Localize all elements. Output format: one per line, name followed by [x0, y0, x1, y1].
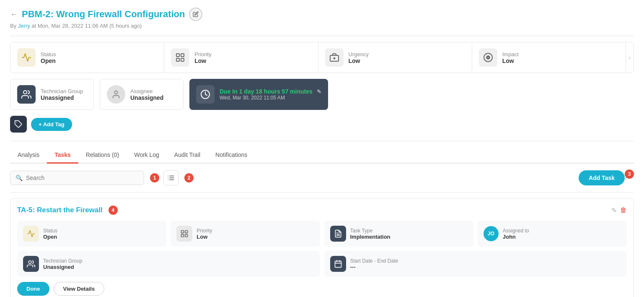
status-card[interactable]: Status Open [10, 42, 164, 73]
task-tech-group-value: Unassigned [43, 264, 82, 270]
task-card-header: TA-5: Restart the Firewall 4 ✎ 🗑 [17, 206, 627, 215]
svg-point-10 [114, 91, 117, 94]
assignee-avatar [107, 85, 125, 104]
task-priority-label: Priority [197, 228, 212, 234]
task-actions: ✎ 🗑 [611, 206, 627, 214]
priority-label: Priority [194, 51, 211, 57]
author-link[interactable]: Jerry [18, 23, 30, 29]
task-date-icon [330, 256, 346, 272]
badge-4: 4 [109, 206, 118, 215]
impact-card[interactable]: Impact Low [472, 42, 626, 73]
edit-title-button[interactable] [189, 8, 202, 21]
task-type-icon [330, 226, 346, 242]
priority-value: Low [194, 57, 211, 64]
due-label: Due In 1 day 18 hours 57 minutes ✎ [220, 88, 321, 95]
tab-audittrail[interactable]: Audit Trail [167, 147, 208, 164]
task-title[interactable]: TA-5: Restart the Firewall [17, 206, 103, 214]
task-type-value: Implementation [350, 234, 391, 240]
task-info-row2: Technician Group Unassigned Start Date -… [17, 251, 627, 277]
priority-icon [171, 48, 189, 67]
task-delete-icon[interactable]: 🗑 [620, 206, 627, 214]
search-icon: 🔍 [16, 175, 23, 181]
impact-label: Impact [502, 51, 519, 57]
impact-icon [479, 48, 497, 67]
svg-rect-20 [185, 231, 188, 233]
task-tech-group-label: Technician Group [43, 258, 82, 264]
impact-value: Low [502, 57, 519, 64]
urgency-icon [325, 48, 344, 67]
svg-rect-21 [181, 234, 184, 237]
urgency-card[interactable]: Urgency Low [318, 42, 472, 73]
task-status-value: Open [43, 234, 57, 240]
task-priority-icon [176, 226, 192, 242]
due-icon [196, 85, 215, 104]
task-type-label: Task Type [350, 228, 391, 234]
search-box[interactable]: 🔍 [10, 171, 144, 185]
svg-point-8 [487, 57, 489, 58]
svg-point-7 [484, 53, 492, 62]
task-bottom-row: Done View Details [17, 282, 627, 296]
subtitle: By Jerry at Mon, Mar 28, 2022 11:06 AM (… [10, 23, 634, 29]
badge-1: 1 [150, 173, 159, 182]
task-status-card[interactable]: Status Open [17, 221, 166, 247]
assignee-value: Unassigned [130, 94, 163, 101]
task-type-card[interactable]: Task Type Implementation [324, 221, 473, 247]
search-input[interactable] [26, 175, 139, 181]
assignee-label: Assignee [130, 88, 163, 94]
technician-group-icon [17, 85, 36, 104]
assigned-to-value: John [503, 234, 529, 240]
svg-rect-0 [176, 54, 179, 57]
task-priority-value: Low [197, 234, 212, 240]
badge-2: 2 [184, 173, 194, 182]
tab-analysis[interactable]: Analysis [10, 147, 47, 164]
tech-group-label: Technician Group [41, 88, 83, 94]
assigned-avatar: JO [484, 226, 499, 241]
page-title: PBM-2: Wrong Firewall Configuration [22, 9, 185, 20]
tech-group-value: Unassigned [41, 94, 83, 101]
task-date-label: Start Date - End Date [350, 258, 398, 264]
status-label: Status [41, 51, 56, 57]
svg-point-9 [23, 91, 27, 94]
status-cards-row: Status Open Priority Low [10, 42, 634, 73]
assigned-to-label: Assigned to [503, 228, 529, 234]
svg-rect-26 [335, 261, 341, 267]
badge-3: 3 [625, 169, 634, 179]
svg-point-25 [28, 261, 31, 264]
task-status-label: Status [43, 228, 57, 234]
task-assigned-card[interactable]: JO Assigned to John [478, 221, 627, 247]
task-priority-card[interactable]: Priority Low [171, 221, 320, 247]
tab-worklog[interactable]: Work Log [127, 147, 167, 164]
task-date-value: --- [350, 264, 398, 270]
svg-rect-1 [181, 54, 184, 57]
tabs: Analysis Tasks Relations (0) Work Log Au… [10, 147, 634, 164]
tab-tasks[interactable]: Tasks [47, 147, 78, 164]
svg-rect-3 [181, 58, 184, 61]
search-row: 🔍 1 2 Add Task 3 [10, 170, 634, 185]
tag-icon-button[interactable] [10, 116, 27, 133]
tab-notifications[interactable]: Notifications [208, 147, 255, 164]
view-details-button[interactable]: View Details [54, 282, 105, 296]
urgency-value: Low [349, 57, 369, 64]
add-tag-button[interactable]: + Add Tag [31, 118, 72, 131]
task-tech-group-card[interactable]: Technician Group Unassigned [17, 251, 320, 277]
done-button[interactable]: Done [17, 282, 49, 296]
svg-rect-2 [176, 58, 179, 61]
technician-group-card[interactable]: Technician Group Unassigned [10, 79, 94, 110]
due-card[interactable]: Due In 1 day 18 hours 57 minutes ✎ Wed, … [189, 79, 328, 110]
back-arrow[interactable]: ← [10, 10, 18, 19]
due-date: Wed, Mar 30, 2022 11:05 AM [220, 95, 321, 101]
priority-card[interactable]: Priority Low [164, 42, 318, 73]
urgency-label: Urgency [349, 51, 369, 57]
sort-button[interactable] [163, 170, 178, 185]
task-card-ta5: TA-5: Restart the Firewall 4 ✎ 🗑 Status … [10, 198, 634, 297]
task-edit-icon[interactable]: ✎ [611, 206, 617, 214]
task-date-card[interactable]: Start Date - End Date --- [324, 251, 627, 277]
tab-relations[interactable]: Relations (0) [78, 147, 127, 164]
due-edit-icon[interactable]: ✎ [317, 89, 321, 95]
assignee-card[interactable]: Assignee Unassigned [100, 79, 184, 110]
svg-rect-22 [185, 234, 188, 237]
svg-rect-19 [181, 231, 184, 233]
scroll-right-arrow[interactable]: › [626, 42, 634, 73]
add-task-button[interactable]: Add Task [579, 170, 625, 185]
task-tech-group-icon [23, 256, 39, 272]
